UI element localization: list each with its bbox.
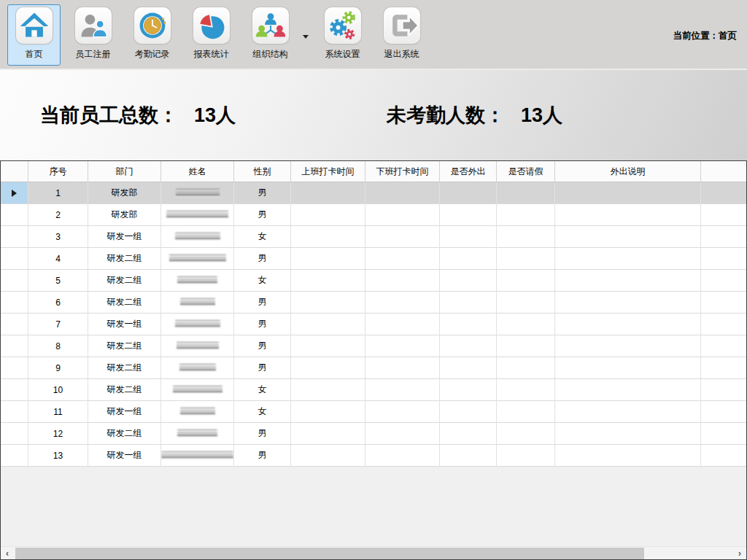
column-header-2[interactable]: 姓名 — [161, 161, 234, 182]
cell-clock-in — [291, 379, 365, 401]
cell-dept: 研发一组 — [88, 314, 161, 335]
cell-clock-out — [365, 335, 440, 357]
cell-clock-in — [291, 182, 365, 204]
cell-dept: 研发二组 — [88, 248, 161, 270]
toolbar-button-attendance-clock[interactable]: 考勤记录 — [125, 4, 179, 66]
table-row[interactable]: 3研发一组女 — [1, 226, 746, 248]
cell-clock-in — [291, 248, 365, 270]
table-row[interactable]: 7研发一组男 — [1, 314, 746, 335]
toolbar-button-home[interactable]: 首页 — [7, 4, 61, 66]
cell-clock-in — [291, 204, 365, 226]
redacted-name — [166, 211, 228, 219]
toolbar-button-org-structure[interactable]: 组织结构 — [244, 4, 297, 66]
cell-is-leave — [497, 335, 555, 357]
cell-is-out — [440, 357, 497, 379]
row-selector-cell[interactable] — [1, 292, 28, 314]
table-row[interactable]: 6研发二组男 — [1, 292, 746, 314]
report-pie-icon — [193, 7, 230, 44]
row-selector-cell[interactable] — [1, 314, 28, 335]
scrollbar-thumb[interactable] — [15, 548, 644, 559]
scroll-left-arrow-icon[interactable]: ‹ — [1, 547, 14, 559]
table-row[interactable]: 9研发二组男 — [1, 357, 746, 379]
redacted-name — [177, 276, 217, 284]
redacted-name — [177, 429, 217, 438]
cell-out-note — [555, 423, 701, 445]
cell-no: 2 — [28, 204, 88, 226]
table-row[interactable]: 8研发二组男 — [1, 335, 746, 357]
column-header-6[interactable]: 是否外出 — [440, 161, 497, 182]
column-header-7[interactable]: 是否请假 — [497, 161, 555, 182]
cell-clock-out — [365, 423, 440, 445]
cell-filler — [701, 314, 746, 335]
row-selector-cell[interactable] — [1, 270, 28, 292]
row-selector-cell[interactable] — [1, 423, 28, 445]
cell-out-note — [555, 445, 701, 467]
cell-no: 12 — [28, 423, 88, 445]
cell-is-leave — [497, 204, 555, 226]
attendance-table: 序号部门姓名性别上班打卡时间下班打卡时间是否外出是否请假外出说明 1研发部男2研… — [0, 160, 747, 560]
row-selector-cell[interactable] — [1, 204, 28, 226]
table-row[interactable]: 13研发一组男 — [1, 445, 746, 467]
dropdown-arrow-icon[interactable] — [303, 35, 309, 39]
toolbar-button-settings-gears[interactable]: 系统设置 — [316, 4, 369, 66]
cell-is-leave — [497, 314, 555, 335]
horizontal-scrollbar[interactable]: ‹ › — [1, 546, 746, 559]
table-row[interactable]: 12研发二组男 — [1, 423, 746, 445]
row-selector-cell[interactable] — [1, 401, 28, 423]
toolbar-button-report-pie[interactable]: 报表统计 — [185, 4, 238, 66]
cell-is-leave — [497, 357, 555, 379]
cell-filler — [701, 226, 746, 248]
cell-is-out — [440, 423, 497, 445]
table-row[interactable]: 4研发二组男 — [1, 248, 746, 270]
cell-clock-in — [291, 357, 365, 379]
redacted-name — [175, 233, 220, 241]
column-header-filler — [701, 161, 746, 182]
pending-attendance-stat: 未考勤人数：13人 — [387, 102, 562, 128]
current-row-arrow-icon — [12, 190, 17, 197]
main-toolbar: 首页 员工注册 考勤记录 报表统计 组织结构 — [0, 0, 747, 69]
row-selector-cell[interactable] — [1, 357, 28, 379]
current-location-label: 当前位置：首页 — [673, 30, 738, 42]
table-row[interactable]: 11研发一组女 — [1, 401, 746, 423]
cell-no: 7 — [28, 314, 88, 335]
table-row[interactable]: 10研发二组女 — [1, 379, 746, 401]
row-selector-cell[interactable] — [1, 248, 28, 270]
column-header-0[interactable]: 序号 — [28, 161, 88, 182]
row-selector-cell[interactable] — [1, 226, 28, 248]
row-selector-cell[interactable] — [1, 335, 28, 357]
pending-attendance-label: 未考勤人数： — [387, 104, 505, 126]
table-row[interactable]: 2研发部男 — [1, 204, 746, 226]
table-row[interactable]: 1研发部男 — [1, 182, 746, 204]
cell-is-out — [440, 270, 497, 292]
scroll-right-arrow-icon[interactable]: › — [733, 547, 746, 559]
cell-dept: 研发一组 — [88, 445, 161, 467]
column-header-3[interactable]: 性别 — [234, 161, 291, 182]
cell-dept: 研发二组 — [88, 423, 161, 445]
row-selector-header[interactable] — [1, 161, 28, 182]
toolbar-button-exit[interactable]: 退出系统 — [375, 4, 428, 66]
column-header-8[interactable]: 外出说明 — [555, 161, 701, 182]
cell-clock-out — [365, 445, 440, 467]
cell-filler — [701, 204, 746, 226]
cell-is-out — [440, 248, 497, 270]
cell-dept: 研发二组 — [88, 335, 161, 357]
column-header-1[interactable]: 部门 — [88, 161, 161, 182]
column-header-4[interactable]: 上班打卡时间 — [291, 161, 365, 182]
cell-out-note — [555, 335, 701, 357]
cell-no: 3 — [28, 226, 88, 248]
toolbar-button-employee-register[interactable]: 员工注册 — [66, 4, 120, 66]
row-selector-cell[interactable] — [1, 182, 28, 204]
cell-name — [161, 292, 234, 314]
total-employees-label: 当前员工总数： — [40, 104, 178, 126]
stats-band: 当前员工总数：13人 未考勤人数：13人 — [0, 70, 747, 160]
row-selector-cell[interactable] — [1, 445, 28, 467]
cell-name — [161, 335, 234, 357]
column-header-5[interactable]: 下班打卡时间 — [365, 161, 440, 182]
cell-clock-out — [365, 357, 440, 379]
cell-gender: 男 — [234, 182, 291, 204]
row-selector-cell[interactable] — [1, 379, 28, 401]
cell-name — [161, 226, 234, 248]
cell-gender: 男 — [234, 248, 291, 270]
table-row[interactable]: 5研发二组女 — [1, 270, 746, 292]
cell-clock-in — [291, 226, 365, 248]
